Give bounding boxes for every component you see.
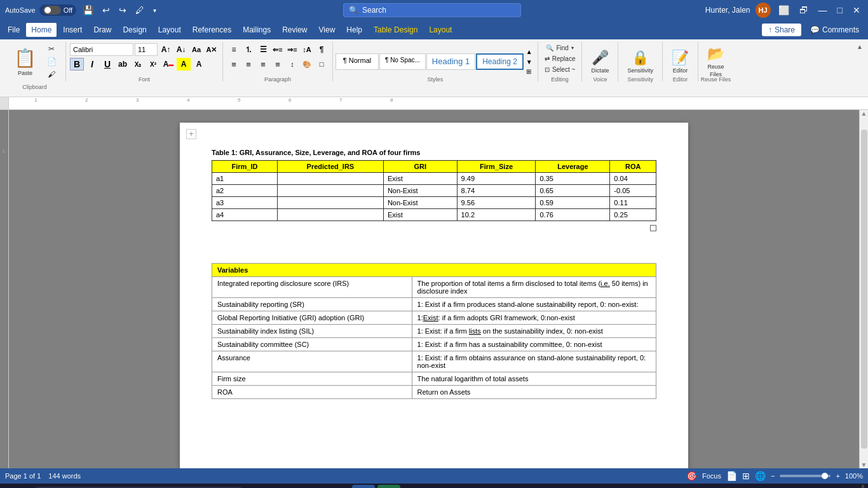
view-web-icon[interactable]: 🌐 [755,471,766,481]
align-right-button[interactable]: ≡ [256,58,270,71]
scroll-up-button[interactable]: ▲ [861,110,867,117]
minimize-icon[interactable]: — [816,4,830,17]
focus-label[interactable]: Focus [702,472,721,480]
close-icon[interactable]: ✕ [850,4,863,17]
menu-help[interactable]: Help [341,23,367,37]
numbered-list-button[interactable]: ⒈ [241,43,255,56]
focus-icon[interactable]: 🎯 [686,471,697,481]
ribbon-collapse-icon[interactable]: ⬜ [776,4,792,17]
taskbar-chrome[interactable]: 🔴 [327,485,349,488]
align-left-button[interactable]: ≡ [227,58,241,71]
style-heading1[interactable]: Heading 1 [426,53,475,70]
multilevel-list-button[interactable]: ☰ [256,43,270,56]
font-color-button[interactable]: A▬ [161,58,175,71]
restore-icon[interactable]: 🗗 [797,4,811,17]
increase-indent-button[interactable]: ⇒≡ [285,43,299,56]
scroll-down-button[interactable]: ▼ [861,461,867,468]
superscript-button[interactable]: X² [146,58,160,71]
autosave-toggle[interactable]: Off [39,4,76,16]
shading-button[interactable]: 🎨 [300,58,314,71]
menu-file[interactable]: File [3,23,25,37]
highlight-button[interactable]: A [177,58,191,71]
styles-scroll-up[interactable]: ▲ [525,47,534,57]
dropdown-arrow-icon[interactable]: ▾ [151,6,159,15]
style-no-spacing[interactable]: ¶ No Spac... [379,53,426,70]
taskview-button[interactable]: ⧉ [250,485,273,488]
align-center-button[interactable]: ≡ [241,58,255,71]
change-case-button[interactable]: Aa [189,43,203,56]
taskbar-app2[interactable]: 🛡 [454,485,477,488]
styles-scroll-down[interactable]: ▼ [525,57,534,67]
font-name-input[interactable] [70,43,133,56]
menu-review[interactable]: Review [277,23,312,37]
share-button[interactable]: ↑ Share [762,24,801,36]
ribbon-collapse-button[interactable]: ▲ [857,43,863,50]
dictate-button[interactable]: 🎤 Dictate [586,44,614,79]
taskbar-mail[interactable]: ✉ [403,485,426,488]
sensitivity-button[interactable]: 🔒 Sensitivity [622,44,658,79]
bullet-list-button[interactable]: ≡ [227,43,241,56]
menu-insert[interactable]: Insert [58,23,87,37]
menu-layout-tab[interactable]: Layout [424,23,457,37]
autosave-extra-icon[interactable]: 🖊 [133,4,147,17]
strikethrough-button[interactable]: ab [116,58,130,71]
font-size-input[interactable] [135,43,158,56]
taskbar-app3[interactable]: 🌊 [479,485,502,488]
undo-icon[interactable]: ↩ [100,4,112,17]
underline-button[interactable]: U [100,58,114,71]
table-resize-handle[interactable] [650,225,656,231]
zoom-in-icon[interactable]: + [836,472,839,480]
taskbar-explorer[interactable]: 📁 [301,485,324,488]
font-shrink-button[interactable]: A↓ [174,43,188,56]
save-icon[interactable]: 💾 [80,4,96,17]
menu-mailings[interactable]: Mailings [238,23,276,37]
line-spacing-button[interactable]: ↕ [285,58,299,71]
menu-view[interactable]: View [314,23,341,37]
font-grow-button[interactable]: A↑ [159,43,173,56]
replace-button[interactable]: ⇄ Replace [542,54,578,64]
menu-references[interactable]: References [187,23,236,37]
text-effect-button[interactable]: A [192,58,206,71]
taskbar-excel[interactable]: X [377,485,400,488]
italic-button[interactable]: I [85,58,99,71]
scroll-thumb[interactable] [861,130,867,449]
find-button[interactable]: 🔍 Find ▾ [543,43,576,53]
view-mode-icon[interactable]: 📄 [726,471,737,481]
menu-draw[interactable]: Draw [88,23,116,37]
maximize-icon[interactable]: □ [835,4,845,17]
format-painter-button[interactable]: 🖌 [43,69,60,80]
style-heading2[interactable]: Heading 2 [476,53,524,70]
user-avatar[interactable]: HJ [756,3,771,18]
subscript-button[interactable]: X₂ [131,58,145,71]
menu-design[interactable]: Design [118,23,151,37]
show-marks-button[interactable]: ¶ [315,43,329,56]
find-dropdown[interactable]: ▾ [571,45,574,51]
editor-button[interactable]: 📝 Editor [667,44,694,79]
bold-button[interactable]: B [70,58,84,71]
view-grid-icon[interactable]: ⊞ [742,471,750,481]
reuse-files-button[interactable]: 📂 Reuse Files [702,43,729,80]
taskbar-edge[interactable]: 🔵 [276,485,299,488]
start-button[interactable]: ⊞ [4,485,29,488]
select-button[interactable]: ⊡ Select ~ [542,65,578,74]
menu-layout[interactable]: Layout [153,23,186,37]
decrease-indent-button[interactable]: ⇐≡ [271,43,285,56]
document-area[interactable]: + Table 1: GRI, Assurance, Size, Leverag… [9,110,859,468]
search-bar[interactable]: 🔍 Search [343,3,521,17]
paste-button[interactable]: 📋Paste [9,44,41,79]
taskbar-word[interactable]: W [352,485,375,488]
copy-button[interactable]: 📄 [43,56,60,67]
menu-table-design[interactable]: Table Design [369,23,423,37]
comments-button[interactable]: 💬 Comments [804,24,865,36]
clear-format-button[interactable]: A✕ [205,43,219,56]
right-scrollbar[interactable]: ▲ ▼ [859,110,868,468]
sort-button[interactable]: ↕A [300,43,314,56]
justify-button[interactable]: ≡ [271,58,285,71]
style-normal[interactable]: ¶ Normal [336,53,379,70]
taskbar-app1[interactable]: 🎵 [428,485,451,488]
border-button[interactable]: □ [315,58,329,71]
zoom-out-icon[interactable]: − [771,472,775,480]
redo-icon[interactable]: ↪ [116,4,129,17]
styles-expand[interactable]: ⊞ [525,67,534,76]
menu-home[interactable]: Home [26,23,57,37]
